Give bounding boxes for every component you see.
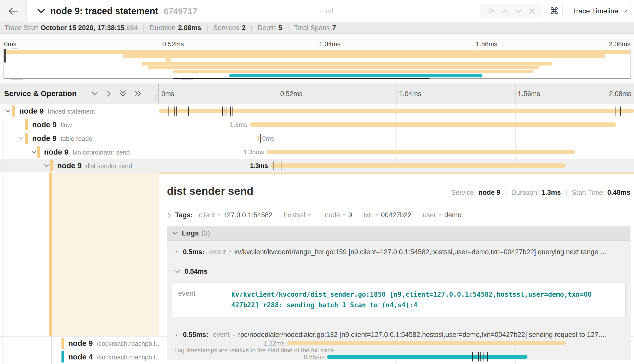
- expand-one-icon[interactable]: [106, 90, 112, 97]
- summary-value: 5: [278, 24, 282, 32]
- span-service-name[interactable]: node 9dist sender send: [57, 161, 132, 170]
- tag-separator: [358, 211, 358, 219]
- trace-view-dropdown[interactable]: Trace Timeline: [568, 4, 631, 18]
- collapse-all-icon[interactable]: [119, 90, 127, 97]
- collapse-one-icon[interactable]: [91, 91, 98, 96]
- log-field-value: kv/kvclient/kvcoord/range_iter.go:159 [n…: [234, 248, 607, 256]
- tags-row[interactable]: Tags: client=127.0.0.1:54582hostssl=node…: [167, 211, 630, 219]
- summary-value: October 15 2020, 17:38:15.084: [41, 24, 138, 32]
- find-next-icon[interactable]: [515, 9, 522, 14]
- span-color-accent: [49, 173, 52, 336]
- indent-guide: [39, 173, 39, 336]
- log-timestamp: 0.5ms:: [183, 248, 205, 256]
- summary-separator: |: [287, 24, 289, 32]
- span-service-name[interactable]: node 9table reader: [32, 134, 94, 143]
- span-name-cell[interactable]: node 9/cockroach.roachpb.I…: [0, 336, 159, 350]
- span-timeline-cell[interactable]: 1.3ms: [159, 159, 634, 173]
- span-name-cell[interactable]: node 4/cockroach.roachpb.I…: [0, 350, 159, 364]
- minimap-scrub-tab[interactable]: [12, 48, 18, 49]
- indent-guide: [39, 336, 39, 350]
- chevron-down-icon: [174, 270, 180, 274]
- span-bar[interactable]: [287, 341, 566, 345]
- span-detail-row: dist sender send Service:node 9|Duration…: [0, 173, 634, 336]
- trace-view-label: Trace Timeline: [572, 7, 618, 15]
- span-service-name[interactable]: node 9/cockroach.roachpb.I…: [68, 339, 159, 348]
- minimap-drag-handle[interactable]: [4, 49, 6, 62]
- minimap-canvas[interactable]: [4, 49, 630, 79]
- indent-guide: [14, 159, 14, 173]
- span-service-name[interactable]: node 9traced statement: [19, 107, 95, 115]
- ruler-tick-label: 0.52ms: [280, 90, 303, 98]
- span-service-name[interactable]: node 4/cockroach.roachpb.I…: [68, 353, 159, 361]
- expand-all-icon[interactable]: [134, 90, 142, 97]
- span-timeline-cell[interactable]: [159, 104, 634, 118]
- log-entry[interactable]: 0.5ms:event=kv/kvclient/kvcoord/range_it…: [172, 242, 626, 261]
- log-marker-tick: [168, 106, 169, 116]
- focus-target-icon[interactable]: [487, 7, 495, 15]
- log-marker-tick: [333, 352, 333, 361]
- span-bar[interactable]: [327, 355, 528, 359]
- log-entry[interactable]: 0.54ms: [172, 261, 626, 281]
- log-marker-tick: [222, 106, 223, 116]
- keyboard-shortcuts-button[interactable]: ⌘: [546, 4, 563, 18]
- log-marker-tick: [228, 106, 228, 116]
- find-group: [315, 4, 542, 18]
- indent-guide: [3, 173, 3, 336]
- span-timeline-cell[interactable]: 0.85ms: [159, 350, 634, 364]
- span-operation-name: dist sender send: [86, 162, 132, 169]
- span-row: node 9dist sender send1.3ms: [0, 159, 634, 173]
- span-bar[interactable]: [270, 163, 565, 168]
- service-operation-header: Service & Operation: [0, 83, 159, 104]
- span-service-name[interactable]: node 9txn coordinator send: [44, 148, 130, 156]
- span-collapse-chevron-icon[interactable]: [31, 150, 37, 154]
- span-duration-label: 1.6ms: [230, 121, 247, 129]
- span-operation-name: /cockroach.roachpb.I…: [97, 354, 159, 361]
- find-input[interactable]: [315, 4, 480, 18]
- span-service-name[interactable]: node 9flow: [32, 120, 72, 129]
- span-bar[interactable]: [257, 136, 259, 140]
- span-detail-title: dist sender send: [167, 185, 253, 197]
- span-timeline-cell[interactable]: 1.6ms: [159, 118, 634, 132]
- span-name-cell[interactable]: node 9dist sender send: [0, 159, 159, 173]
- minimap-span-bar: [148, 66, 539, 69]
- span-name-cell[interactable]: node 9flow: [0, 118, 159, 132]
- summary-label: Services: [213, 24, 239, 32]
- log-marker-tick: [176, 106, 177, 116]
- back-button[interactable]: [0, 0, 27, 22]
- indent-guide: [3, 132, 3, 145]
- span-timeline-cell[interactable]: 1.35ms: [159, 145, 634, 159]
- span-name-cell[interactable]: node 9table reader: [0, 132, 159, 145]
- summary-label: Depth: [258, 24, 276, 32]
- meta-separator: |: [505, 189, 507, 197]
- span-name-cell[interactable]: node 9traced statement: [0, 104, 159, 118]
- indent-guide: [14, 350, 14, 364]
- span-detail-meta: Service:node 9|Duration:1.3ms|Start Time…: [451, 189, 630, 197]
- ruler-gridline: [515, 83, 516, 104]
- minimap-scrub-line[interactable]: [173, 78, 430, 79]
- span-name-cell[interactable]: node 9txn coordinator send: [0, 145, 159, 159]
- indent-guide: [26, 350, 26, 364]
- detail-divider: [167, 205, 630, 205]
- span-timeline-cell[interactable]: 0ms: [159, 132, 634, 145]
- tag-separator: [417, 211, 417, 219]
- span-row: node 9table reader0ms: [0, 132, 634, 145]
- collapse-trace-chevron[interactable]: [37, 8, 45, 14]
- span-bar[interactable]: [267, 150, 575, 154]
- logs-header[interactable]: Logs (3): [167, 226, 630, 241]
- span-bar[interactable]: [250, 122, 616, 127]
- span-color-accent: [12, 105, 15, 117]
- column-resize-grip[interactable]: [154, 95, 156, 101]
- minimap-scrub-tab[interactable]: [181, 79, 193, 80]
- span-collapse-chevron-icon[interactable]: [18, 136, 24, 140]
- span-collapse-chevron-icon[interactable]: [44, 164, 50, 168]
- span-collapse-chevron-icon[interactable]: [5, 109, 11, 113]
- span-operation-name: traced statement: [48, 108, 95, 115]
- indent-guide: [26, 336, 26, 350]
- indent-guide: [26, 145, 26, 159]
- span-timeline-cell[interactable]: 1.22ms: [159, 336, 634, 350]
- span-row: node 9/cockroach.roachpb.I…1.22ms: [0, 336, 634, 350]
- log-marker-tick: [472, 352, 473, 361]
- find-prev-icon[interactable]: [501, 9, 508, 14]
- minimap-scrub-tab[interactable]: [11, 79, 23, 80]
- clear-find-icon[interactable]: [529, 8, 535, 14]
